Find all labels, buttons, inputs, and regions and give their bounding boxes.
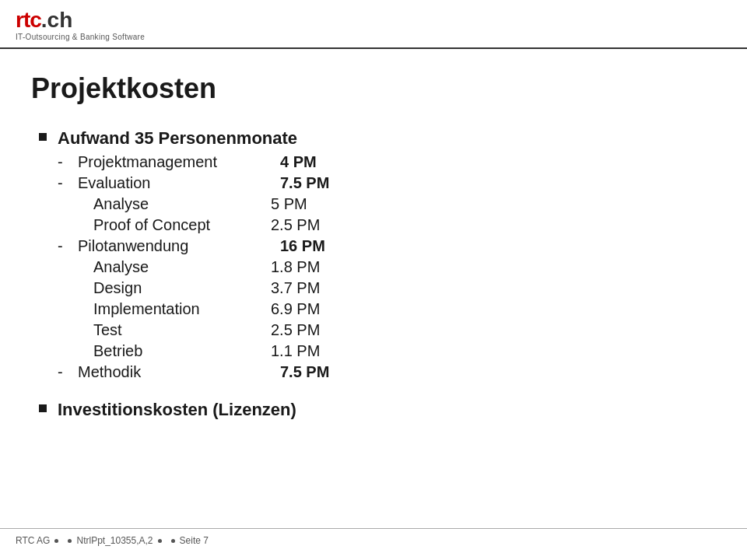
logo-area: rtc.ch IT-Outsourcing & Banking Software	[16, 9, 145, 41]
sub-list: - Projektmanagement 4 PM - Evaluation 7.…	[58, 153, 329, 381]
analyse1-label: Analyse	[93, 195, 271, 213]
evaluation-value: 7.5 PM	[280, 174, 329, 192]
logo-rtc: rtc	[16, 8, 41, 32]
logo-domain: .ch	[41, 8, 72, 32]
footer-document: NtrlPpt_10355,A,2	[76, 535, 153, 546]
proof-value: 2.5 PM	[271, 216, 320, 234]
header: rtc.ch IT-Outsourcing & Banking Software	[0, 0, 747, 49]
list-item: Analyse 5 PM	[58, 195, 329, 213]
footer-dot-icon	[158, 539, 162, 543]
projektmanagement-label: Projektmanagement	[78, 153, 280, 171]
analyse2-value: 1.8 PM	[271, 258, 320, 276]
proof-label: Proof of Concept	[93, 216, 271, 234]
bullet-square-icon	[39, 404, 47, 412]
footer-page: Seite 7	[180, 535, 209, 546]
logo-subtitle: IT-Outsourcing & Banking Software	[16, 33, 145, 41]
aufwand-bullet-item: Aufwand 35 Personenmonate - Projektmanag…	[39, 128, 716, 384]
list-item: Design 3.7 PM	[58, 279, 329, 297]
analyse2-label: Analyse	[93, 258, 271, 276]
betrieb-label: Betrieb	[93, 342, 271, 360]
pilotanwendung-label: Pilotanwendung	[78, 237, 280, 255]
footer: RTC AG NtrlPpt_10355,A,2 Seite 7	[0, 528, 747, 552]
aufwand-content: Aufwand 35 Personenmonate - Projektmanag…	[58, 128, 329, 384]
aufwand-label: Aufwand 35 Personenmonate	[58, 128, 329, 149]
dash-icon: -	[58, 174, 68, 192]
analyse1-value: 5 PM	[271, 195, 307, 213]
footer-dot-icon	[68, 539, 72, 543]
footer-dot-icon	[171, 539, 175, 543]
betrieb-value: 1.1 PM	[271, 342, 320, 360]
implementation-value: 6.9 PM	[271, 300, 320, 318]
list-item: - Projektmanagement 4 PM	[58, 153, 329, 171]
footer-dot-icon	[54, 539, 58, 543]
methodik-label: Methodik	[78, 363, 280, 381]
dash-icon: -	[58, 153, 68, 171]
dash-icon: -	[58, 363, 68, 381]
investitions-bullet-item: Investitionskosten (Lizenzen)	[39, 400, 716, 420]
projektmanagement-value: 4 PM	[280, 153, 317, 171]
dash-icon: -	[58, 237, 68, 255]
evaluation-label: Evaluation	[78, 174, 280, 192]
test-label: Test	[93, 321, 271, 339]
logo: rtc.ch	[16, 9, 145, 31]
main-content: Projektkosten Aufwand 35 Personenmonate …	[0, 49, 747, 445]
design-value: 3.7 PM	[271, 279, 320, 297]
list-item: Analyse 1.8 PM	[58, 258, 329, 276]
list-item: Implementation 6.9 PM	[58, 300, 329, 318]
pilotanwendung-value: 16 PM	[280, 237, 325, 255]
design-label: Design	[93, 279, 271, 297]
test-value: 2.5 PM	[271, 321, 320, 339]
list-item: - Evaluation 7.5 PM	[58, 174, 329, 192]
footer-company: RTC AG	[16, 535, 50, 546]
list-item: Proof of Concept 2.5 PM	[58, 216, 329, 234]
page-title: Projektkosten	[31, 72, 716, 105]
list-item: Betrieb 1.1 PM	[58, 342, 329, 360]
bullet-square-icon	[39, 133, 47, 141]
investitions-label: Investitionskosten (Lizenzen)	[58, 400, 296, 420]
implementation-label: Implementation	[93, 300, 271, 318]
methodik-value: 7.5 PM	[280, 363, 329, 381]
list-item: - Methodik 7.5 PM	[58, 363, 329, 381]
list-item: - Pilotanwendung 16 PM	[58, 237, 329, 255]
list-item: Test 2.5 PM	[58, 321, 329, 339]
content-list: Aufwand 35 Personenmonate - Projektmanag…	[31, 128, 716, 420]
